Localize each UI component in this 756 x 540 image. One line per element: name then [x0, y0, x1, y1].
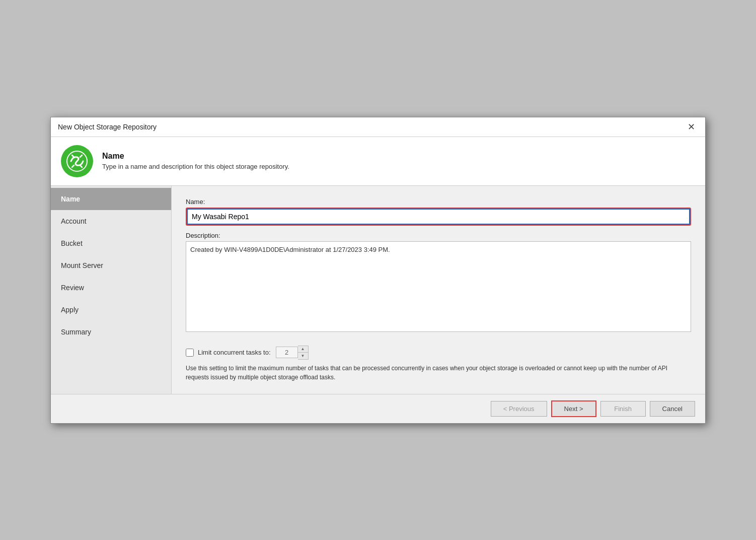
spinner-wrapper: ▲ ▼: [276, 346, 309, 360]
header-text: Name Type in a name and description for …: [102, 152, 289, 170]
sidebar-item-summary[interactable]: Summary: [51, 321, 171, 343]
sidebar-item-mount-server[interactable]: Mount Server: [51, 254, 171, 277]
concurrent-section: Limit concurrent tasks to: ▲ ▼ Use this …: [186, 346, 691, 382]
concurrent-hint: Use this setting to limit the maximum nu…: [186, 364, 691, 382]
logo-icon: [61, 145, 93, 177]
name-input-wrapper: [186, 208, 691, 226]
cancel-button[interactable]: Cancel: [650, 401, 695, 417]
concurrent-checkbox[interactable]: [186, 349, 194, 357]
name-field-group: Name:: [186, 198, 691, 226]
dialog: New Object Storage Repository ✕ Name Typ…: [50, 117, 706, 424]
concurrent-label-text: Limit concurrent tasks to:: [198, 349, 271, 356]
previous-button[interactable]: < Previous: [491, 401, 547, 417]
concurrent-row: Limit concurrent tasks to: ▲ ▼: [186, 346, 691, 360]
sidebar-item-bucket[interactable]: Bucket: [51, 232, 171, 254]
title-bar: New Object Storage Repository ✕: [51, 117, 705, 137]
description-field-group: Description:: [186, 232, 691, 333]
sidebar-item-account[interactable]: Account: [51, 210, 171, 232]
name-label: Name:: [186, 198, 691, 206]
spinner-down-button[interactable]: ▼: [298, 353, 308, 359]
sidebar-item-apply[interactable]: Apply: [51, 299, 171, 321]
footer-section: < Previous Next > Finish Cancel: [51, 394, 705, 423]
concurrent-value-input[interactable]: [276, 347, 298, 358]
concurrent-checkbox-label[interactable]: Limit concurrent tasks to:: [186, 349, 271, 357]
sidebar-item-name[interactable]: Name: [51, 188, 171, 210]
header-section: Name Type in a name and description for …: [51, 137, 705, 186]
name-input[interactable]: [187, 209, 690, 225]
main-content: Name: Description: Limit concurrent task…: [172, 186, 705, 394]
header-title: Name: [102, 152, 289, 161]
close-button[interactable]: ✕: [685, 121, 698, 132]
sidebar: Name Account Bucket Mount Server Review …: [51, 186, 172, 394]
spinner-buttons: ▲ ▼: [298, 346, 309, 360]
sidebar-item-review[interactable]: Review: [51, 277, 171, 299]
header-description: Type in a name and description for this …: [102, 163, 289, 170]
dialog-title: New Object Storage Repository: [58, 123, 157, 131]
body-section: Name Account Bucket Mount Server Review …: [51, 186, 705, 394]
spinner-up-button[interactable]: ▲: [298, 346, 308, 353]
description-textarea[interactable]: [186, 241, 691, 332]
finish-button[interactable]: Finish: [600, 401, 646, 417]
description-label: Description:: [186, 232, 691, 239]
next-button[interactable]: Next >: [551, 400, 596, 417]
